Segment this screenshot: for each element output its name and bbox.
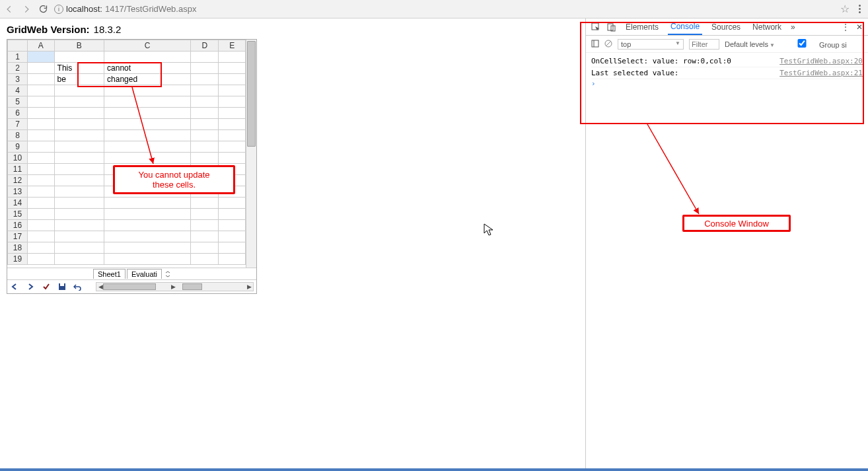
cell[interactable] — [28, 242, 55, 254]
cell[interactable] — [191, 220, 219, 231]
col-header[interactable]: A — [28, 40, 55, 52]
cell[interactable] — [54, 242, 104, 254]
cell[interactable] — [54, 175, 104, 186]
cell[interactable] — [191, 231, 219, 242]
cell[interactable] — [191, 209, 219, 220]
cell[interactable] — [54, 220, 104, 231]
cell[interactable] — [191, 74, 219, 85]
address-bar[interactable]: i localhost:1417/TestGridWeb.aspx — [54, 4, 835, 14]
cell[interactable] — [104, 141, 191, 153]
devtools-menu-icon[interactable]: ⋮ — [842, 22, 850, 32]
cell[interactable] — [219, 254, 246, 265]
row-header[interactable]: 9 — [8, 141, 28, 153]
cell[interactable] — [28, 254, 55, 265]
row-header[interactable]: 16 — [8, 220, 28, 231]
cell[interactable] — [28, 186, 55, 198]
cell[interactable] — [28, 175, 55, 186]
cell[interactable] — [54, 108, 104, 119]
cell[interactable] — [219, 231, 246, 242]
log-source-link[interactable]: TestGridWeb.aspx:20 — [779, 57, 863, 65]
filter-input[interactable] — [689, 39, 719, 50]
cell[interactable] — [219, 96, 246, 108]
cell[interactable] — [28, 130, 55, 141]
cell[interactable] — [219, 74, 246, 85]
col-header[interactable]: D — [191, 40, 219, 52]
cell[interactable] — [191, 153, 219, 164]
more-tabs-icon[interactable]: » — [791, 22, 795, 32]
cell[interactable] — [28, 108, 55, 119]
tab-network[interactable]: Network — [750, 20, 784, 34]
cell[interactable]: cannot — [104, 63, 191, 74]
undo-icon[interactable] — [73, 282, 83, 291]
cell[interactable] — [54, 52, 104, 63]
row-header[interactable]: 10 — [8, 153, 28, 164]
row-header[interactable]: 1 — [8, 52, 28, 63]
cell[interactable] — [28, 220, 55, 231]
cell[interactable] — [28, 153, 55, 164]
row-header[interactable]: 14 — [8, 198, 28, 209]
cell[interactable] — [28, 52, 55, 63]
group-checkbox[interactable]: Group si — [787, 39, 847, 49]
cell[interactable] — [219, 130, 246, 141]
cell[interactable] — [104, 198, 191, 209]
cell[interactable] — [191, 96, 219, 108]
cell[interactable] — [54, 198, 104, 209]
cell[interactable] — [54, 231, 104, 242]
col-header[interactable]: B — [54, 40, 104, 52]
row-header[interactable]: 4 — [8, 85, 28, 96]
inspect-icon[interactable] — [591, 22, 600, 32]
cell[interactable] — [28, 96, 55, 108]
cell[interactable] — [191, 254, 219, 265]
devtools-close-icon[interactable]: ✕ — [856, 22, 863, 32]
tab-console[interactable]: Console — [668, 19, 702, 35]
row-header[interactable]: 13 — [8, 186, 28, 198]
col-header[interactable]: E — [219, 40, 246, 52]
cell[interactable] — [191, 108, 219, 119]
cell[interactable] — [219, 198, 246, 209]
chrome-menu-icon[interactable] — [855, 5, 864, 13]
cell[interactable] — [28, 63, 55, 74]
row-header[interactable]: 3 — [8, 74, 28, 85]
tab-elements[interactable]: Elements — [623, 20, 661, 34]
cell[interactable] — [191, 85, 219, 96]
cell[interactable] — [104, 52, 191, 63]
cell[interactable] — [191, 198, 219, 209]
corner-cell[interactable] — [8, 40, 28, 52]
spreadsheet-grid[interactable]: A B C D E 1 2Thiscannot 3bechanged 4 5 6… — [7, 40, 246, 265]
cell[interactable] — [28, 164, 55, 175]
cell[interactable]: changed — [104, 74, 191, 85]
cell[interactable] — [104, 96, 191, 108]
vertical-scrollbar[interactable] — [246, 40, 256, 268]
site-info-icon[interactable]: i — [54, 5, 63, 14]
cell[interactable] — [191, 52, 219, 63]
cell[interactable] — [219, 63, 246, 74]
cell[interactable] — [191, 242, 219, 254]
next-icon[interactable] — [26, 282, 35, 291]
log-source-link[interactable]: TestGridWeb.aspx:21 — [779, 69, 863, 77]
cell[interactable] — [28, 119, 55, 130]
console-sidebar-icon[interactable] — [591, 40, 599, 49]
cell[interactable] — [54, 119, 104, 130]
cell[interactable] — [219, 209, 246, 220]
cell[interactable] — [219, 52, 246, 63]
cell[interactable] — [28, 141, 55, 153]
cell[interactable] — [54, 85, 104, 96]
tab-sources[interactable]: Sources — [709, 20, 743, 34]
cell[interactable] — [54, 186, 104, 198]
row-header[interactable]: 11 — [8, 164, 28, 175]
row-header[interactable]: 5 — [8, 96, 28, 108]
console-prompt[interactable]: › — [591, 79, 863, 88]
row-header[interactable]: 19 — [8, 254, 28, 265]
cell[interactable]: This — [54, 63, 104, 74]
cell[interactable] — [104, 153, 191, 164]
device-toggle-icon[interactable] — [607, 22, 616, 32]
reload-button[interactable] — [38, 4, 49, 15]
context-selector[interactable]: top — [618, 39, 684, 50]
cell[interactable] — [219, 108, 246, 119]
levels-dropdown[interactable]: Default levels — [725, 40, 781, 48]
cell[interactable] — [104, 242, 191, 254]
cell[interactable] — [54, 164, 104, 175]
cell[interactable] — [219, 153, 246, 164]
cell[interactable] — [28, 85, 55, 96]
col-header[interactable]: C — [104, 40, 191, 52]
